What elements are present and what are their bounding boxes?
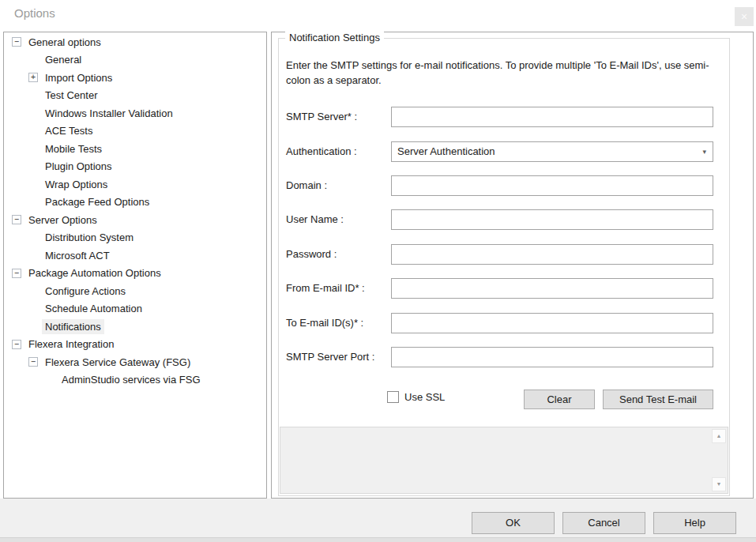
indent-spacer (45, 379, 58, 380)
from-email-input[interactable] (391, 278, 713, 299)
password-input[interactable] (391, 244, 713, 265)
user-name-input[interactable] (391, 209, 713, 230)
authentication-row: Authentication : Server Authentication ▾ (286, 141, 713, 162)
tree-item-schedule-automation[interactable]: Schedule Automation (4, 300, 266, 318)
tree-item-windows-installer-validation[interactable]: Windows Installer Validation (4, 104, 266, 122)
domain-row: Domain : (286, 175, 713, 196)
indent-spacer (28, 166, 42, 167)
tree-item-flexera-service-gateway[interactable]: − Flexera Service Gateway (FSG) (4, 353, 266, 371)
indent-spacer (28, 184, 42, 185)
scroll-down-button[interactable]: ▼ (712, 477, 726, 491)
help-button[interactable]: Help (653, 512, 736, 534)
tree-item-microsoft-act[interactable]: Microsoft ACT (4, 247, 266, 265)
tree-item-configure-actions[interactable]: Configure Actions (4, 282, 266, 300)
tree-item-adminstudio-services-via-fsg[interactable]: AdminStudio services via FSG (4, 371, 266, 390)
options-tree: − General options General + Import Optio… (3, 32, 267, 499)
group-title: Notification Settings (285, 32, 384, 43)
password-row: Password : (286, 244, 713, 265)
settings-panel: Notification Settings Enter the SMTP set… (271, 32, 754, 499)
collapse-icon[interactable]: − (12, 340, 21, 349)
smtp-server-label: SMTP Server* : (286, 107, 391, 127)
send-test-email-button[interactable]: Send Test E-mail (603, 390, 713, 409)
tree-item-ace-tests[interactable]: ACE Tests (4, 122, 266, 141)
use-ssl-option: Use SSL (387, 391, 445, 403)
collapse-icon[interactable]: − (28, 357, 38, 367)
tree-item-notifications[interactable]: Notifications (4, 318, 266, 336)
tree-item-test-center[interactable]: Test Center (4, 87, 266, 105)
title-bar: Options × (0, 0, 756, 32)
authentication-selected-value: Server Authentication (397, 145, 495, 157)
smtp-server-row: SMTP Server* : (286, 107, 713, 127)
tree-item-label: ACE Tests (42, 123, 96, 138)
tree-item-label: Plugin Options (42, 159, 115, 174)
clear-button[interactable]: Clear (524, 390, 595, 409)
status-message-area: ▲ ▼ (280, 427, 728, 494)
tree-item-distribution-system[interactable]: Distribution System (4, 229, 266, 247)
to-email-input[interactable] (391, 313, 713, 333)
tree-item-label: Windows Installer Validation (42, 106, 176, 121)
cancel-button[interactable]: Cancel (562, 512, 645, 534)
indent-spacer (28, 113, 42, 114)
tree-item-label: Distribution System (42, 230, 137, 245)
close-button[interactable]: × (735, 7, 754, 26)
tree-item-general[interactable]: General (4, 51, 266, 70)
scroll-up-button[interactable]: ▲ (712, 429, 726, 443)
tree-item-label: Wrap Options (42, 177, 111, 192)
tree-item-package-feed-options[interactable]: Package Feed Options (4, 194, 266, 212)
notification-settings-group: Notification Settings Enter the SMTP set… (278, 38, 730, 496)
indent-spacer (28, 308, 42, 309)
use-ssl-label: Use SSL (404, 391, 445, 403)
collapse-icon[interactable]: − (12, 215, 21, 224)
tree-item-label: Configure Actions (42, 284, 129, 299)
indent-spacer (28, 59, 42, 60)
tree-item-wrap-options[interactable]: Wrap Options (4, 175, 266, 194)
password-label: Password : (286, 244, 391, 265)
tree-item-label: Flexera Service Gateway (FSG) (42, 355, 194, 370)
tree-item-package-automation-options[interactable]: − Package Automation Options (4, 265, 266, 283)
indent-spacer (28, 255, 42, 256)
tree-item-label: Import Options (42, 70, 115, 85)
indent-spacer (28, 291, 42, 292)
tree-item-server-options[interactable]: − Server Options (4, 211, 266, 229)
smtp-port-label: SMTP Server Port : (286, 347, 391, 367)
tree-item-general-options[interactable]: − General options (4, 33, 266, 51)
to-email-label: To E-mail ID(s)* : (286, 313, 391, 333)
authentication-label: Authentication : (286, 141, 391, 162)
to-email-row: To E-mail ID(s)* : (286, 313, 713, 333)
user-name-label: User Name : (286, 209, 391, 230)
tree-item-label: General options (25, 35, 104, 50)
collapse-icon[interactable]: − (12, 37, 21, 47)
tree-item-label: Microsoft ACT (42, 248, 113, 263)
indent-spacer (28, 237, 42, 238)
smtp-port-input[interactable] (391, 347, 713, 367)
scroll-up-icon: ▲ (717, 433, 722, 438)
smtp-port-row: SMTP Server Port : (286, 347, 713, 367)
tree-item-mobile-tests[interactable]: Mobile Tests (4, 140, 266, 158)
domain-input[interactable] (391, 175, 713, 196)
tree-item-import-options[interactable]: + Import Options (4, 69, 266, 87)
window-title: Options (14, 6, 55, 20)
authentication-select[interactable]: Server Authentication ▾ (391, 141, 713, 162)
collapse-icon[interactable]: − (12, 269, 21, 278)
tree-item-label: Server Options (25, 213, 100, 228)
expand-icon[interactable]: + (28, 73, 38, 82)
tree-item-label: General (42, 52, 85, 67)
tree-item-label: Package Feed Options (42, 194, 152, 209)
tree-item-label: AdminStudio services via FSG (58, 372, 204, 387)
from-email-label: From E-mail ID* : (286, 278, 391, 299)
indent-spacer (28, 149, 42, 149)
indent-spacer (28, 95, 42, 96)
tree-item-label: Schedule Automation (42, 301, 145, 316)
tree-item-flexera-integration[interactable]: − Flexera Integration (4, 336, 266, 354)
scroll-down-icon: ▼ (717, 481, 722, 487)
smtp-server-input[interactable] (391, 107, 713, 127)
tree-item-label: Test Center (42, 88, 100, 103)
tree-item-plugin-options[interactable]: Plugin Options (4, 158, 266, 176)
chevron-down-icon: ▾ (702, 142, 706, 161)
ok-button[interactable]: OK (472, 512, 555, 534)
tree-item-label-selected: Notifications (42, 319, 104, 334)
use-ssl-checkbox[interactable] (387, 391, 399, 403)
close-icon: × (741, 10, 747, 23)
tree-item-label: Mobile Tests (42, 141, 105, 156)
indent-spacer (28, 130, 42, 131)
